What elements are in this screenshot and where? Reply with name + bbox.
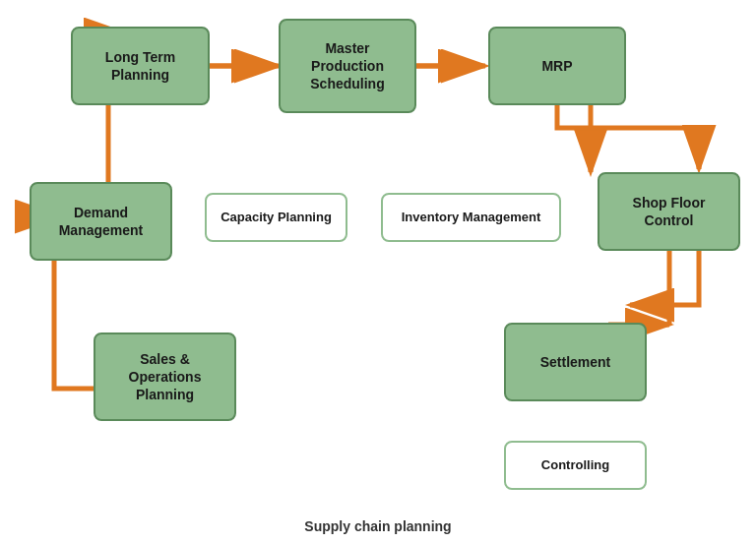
footer-text: Supply chain planning (0, 518, 756, 534)
demand-management-label: DemandManagement (59, 204, 144, 239)
inventory-management-label: Inventory Management (402, 210, 541, 226)
capacity-planning-node: Capacity Planning (205, 193, 347, 242)
controlling-node: Controlling (504, 441, 647, 490)
controlling-label: Controlling (541, 457, 609, 474)
master-production-node: MasterProductionScheduling (279, 19, 416, 113)
sales-operations-label: Sales &OperationsPlanning (129, 350, 202, 404)
shop-floor-label: Shop FloorControl (633, 194, 706, 229)
inventory-management-node: Inventory Management (381, 193, 561, 242)
mrp-label: MRP (541, 57, 572, 75)
capacity-planning-label: Capacity Planning (220, 210, 332, 226)
arrow-mrp-shopfloor (557, 98, 699, 169)
settlement-node: Settlement (504, 323, 647, 401)
demand-management-node: DemandManagement (30, 182, 172, 261)
diagram-container: Long TermPlanning MasterProductionSchedu… (0, 0, 756, 512)
master-production-label: MasterProductionScheduling (310, 39, 384, 93)
mrp-node: MRP (488, 27, 626, 105)
long-term-planning-node: Long TermPlanning (71, 27, 210, 105)
sales-operations-node: Sales &OperationsPlanning (94, 332, 236, 421)
long-term-planning-label: Long TermPlanning (105, 48, 175, 84)
settlement-label: Settlement (540, 353, 611, 371)
arrow-shopfloor-settlement (630, 251, 699, 305)
shop-floor-node: Shop FloorControl (598, 172, 740, 251)
